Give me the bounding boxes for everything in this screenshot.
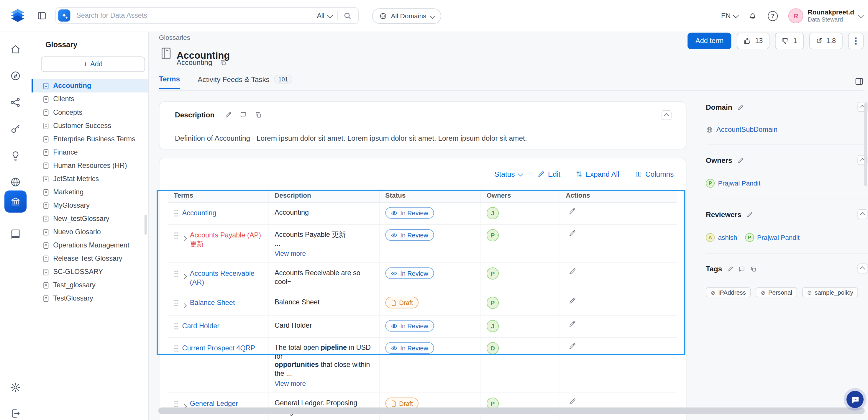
side-panel-toggle-icon[interactable] <box>855 77 864 86</box>
edit-pencil-icon[interactable] <box>737 157 744 164</box>
edit-pencil-icon[interactable] <box>737 104 744 111</box>
expand-chevron-icon[interactable] <box>182 300 186 310</box>
expand-all-button[interactable]: ⇅ Expand All <box>576 170 619 178</box>
edit-term-icon[interactable] <box>569 398 576 405</box>
tag-chip[interactable]: ⊘ Personal <box>756 287 797 297</box>
term-link[interactable]: Balance Sheet <box>190 299 235 307</box>
glossary-list-item[interactable]: Concepts <box>32 106 148 119</box>
knowledge-book-icon[interactable] <box>10 229 21 240</box>
edit-term-icon[interactable] <box>569 207 576 215</box>
term-link[interactable]: Accounts Receivable (AR) <box>190 269 263 287</box>
home-icon[interactable] <box>10 44 21 55</box>
term-link[interactable]: Accounts Payable (AP) 更新 <box>190 231 263 249</box>
horizontal-scrollbar[interactable] <box>158 407 865 414</box>
downvote-button[interactable]: 1 <box>775 33 804 49</box>
notifications-bell-icon[interactable] <box>748 11 757 21</box>
global-search-bar[interactable]: Search for Data Assets All <box>56 7 359 24</box>
glossary-list-item[interactable]: Operations Management <box>32 239 148 252</box>
drag-handle-icon[interactable] <box>174 323 178 330</box>
columns-button[interactable]: Columns <box>635 170 674 178</box>
glossary-list-item[interactable]: MyGlossary <box>32 199 148 212</box>
vertical-scrollbar[interactable] <box>864 103 867 186</box>
user-chip[interactable]: A ashish <box>706 233 737 242</box>
status-filter-dropdown[interactable]: Status <box>494 170 522 178</box>
tab-terms[interactable]: Terms <box>159 74 180 88</box>
tag-chip[interactable]: ⊘ IPAddress <box>706 287 751 297</box>
sidebar-collapse-icon[interactable] <box>37 11 46 21</box>
drag-handle-icon[interactable] <box>174 400 178 407</box>
govern-bank-icon[interactable] <box>4 190 27 213</box>
glossary-list-item[interactable]: Customer Success <box>32 119 148 132</box>
term-link[interactable]: Accounting <box>182 209 216 218</box>
glossary-list-item[interactable]: JetStat Metrics <box>32 172 148 185</box>
upvote-button[interactable]: 13 <box>737 33 770 49</box>
copy-icon[interactable] <box>254 111 261 118</box>
breadcrumb[interactable]: Glossaries <box>159 34 190 41</box>
drag-handle-icon[interactable] <box>174 210 178 217</box>
collapse-tags-button[interactable] <box>857 263 867 273</box>
edit-term-icon[interactable] <box>569 268 576 275</box>
settings-gear-icon[interactable] <box>10 382 21 393</box>
copy-icon[interactable] <box>750 266 757 272</box>
drag-handle-icon[interactable] <box>174 299 178 306</box>
drag-handle-icon[interactable] <box>174 270 178 277</box>
glossary-list-item[interactable]: Human Resources (HR) <box>32 159 148 172</box>
expand-chevron-icon[interactable] <box>182 271 186 281</box>
user-name-link[interactable]: ashish <box>718 234 737 241</box>
kebab-menu-button[interactable]: ⋮ <box>848 33 864 49</box>
user-menu[interactable]: R Rounakpreet.d Data Steward <box>788 8 863 23</box>
glossary-list-item[interactable]: Clients <box>32 92 148 106</box>
glossary-list-item[interactable]: Finance <box>32 146 148 159</box>
language-dropdown[interactable]: EN <box>721 12 737 20</box>
term-link[interactable]: Card Holder <box>182 322 219 331</box>
domain-link[interactable]: AccountSubDomain <box>716 126 777 133</box>
access-key-icon[interactable] <box>10 124 21 135</box>
user-name-link[interactable]: Prajwal Pandit <box>757 234 800 241</box>
drag-handle-icon[interactable] <box>174 232 178 239</box>
user-chip[interactable]: P Prajwal Pandit <box>706 179 761 187</box>
edit-term-icon[interactable] <box>569 297 576 304</box>
version-button[interactable]: ↺ 1.8 <box>809 33 843 49</box>
comment-icon[interactable] <box>739 266 746 272</box>
logout-icon[interactable] <box>10 408 21 419</box>
glossary-list-item[interactable]: TestGlossary <box>32 292 148 305</box>
view-more-link[interactable]: View more <box>275 250 306 258</box>
expand-chevron-icon[interactable] <box>182 233 186 242</box>
comment-icon[interactable] <box>240 111 247 118</box>
collapse-description-button[interactable] <box>661 110 672 120</box>
lineage-icon[interactable] <box>10 97 21 108</box>
observability-icon[interactable] <box>10 150 21 161</box>
term-link[interactable]: Current Prospect 4QRP <box>182 344 255 353</box>
glossary-list-item[interactable]: Nuevo Glosario <box>32 225 148 239</box>
glossary-list-item[interactable]: Accounting <box>32 79 148 92</box>
copy-icon[interactable] <box>220 59 226 66</box>
drag-handle-icon[interactable] <box>174 345 178 352</box>
collapse-reviewers-button[interactable] <box>857 209 867 219</box>
edit-pencil-icon[interactable] <box>727 266 734 272</box>
edit-term-icon[interactable] <box>569 342 576 350</box>
user-chip[interactable]: P Prajwal Pandit <box>745 233 800 242</box>
view-more-link[interactable]: View more <box>275 380 306 388</box>
term-link[interactable]: General Ledger <box>190 399 238 408</box>
edit-table-button[interactable]: Edit <box>537 170 560 178</box>
help-icon[interactable]: ? <box>768 11 778 21</box>
edit-term-icon[interactable] <box>569 229 576 237</box>
explore-icon[interactable] <box>10 70 21 82</box>
search-scope-dropdown[interactable]: All <box>311 11 337 19</box>
app-logo-icon[interactable] <box>10 8 26 23</box>
chat-fab-button[interactable] <box>846 391 864 408</box>
glossary-list-item[interactable]: New_testGlossary <box>32 212 148 225</box>
tag-chip[interactable]: ⊘ sample_policy <box>802 287 858 297</box>
glossary-list-item[interactable]: SC-GLOSSARY <box>32 265 148 278</box>
search-icon[interactable] <box>338 11 353 20</box>
user-name-link[interactable]: Prajwal Pandit <box>718 179 761 187</box>
add-term-button[interactable]: Add term <box>688 33 732 49</box>
tab-activity-feeds[interactable]: Activity Feeds & Tasks 101 <box>197 74 292 89</box>
edit-term-icon[interactable] <box>569 320 576 328</box>
ai-sparkle-icon[interactable] <box>58 9 70 22</box>
edit-pencil-icon[interactable] <box>224 111 231 118</box>
glossary-list-item[interactable]: Test_glossary <box>32 278 148 292</box>
glossary-list-item[interactable]: Marketing <box>32 185 148 199</box>
domains-globe-icon[interactable] <box>10 177 21 188</box>
search-input[interactable]: Search for Data Assets <box>76 11 311 19</box>
